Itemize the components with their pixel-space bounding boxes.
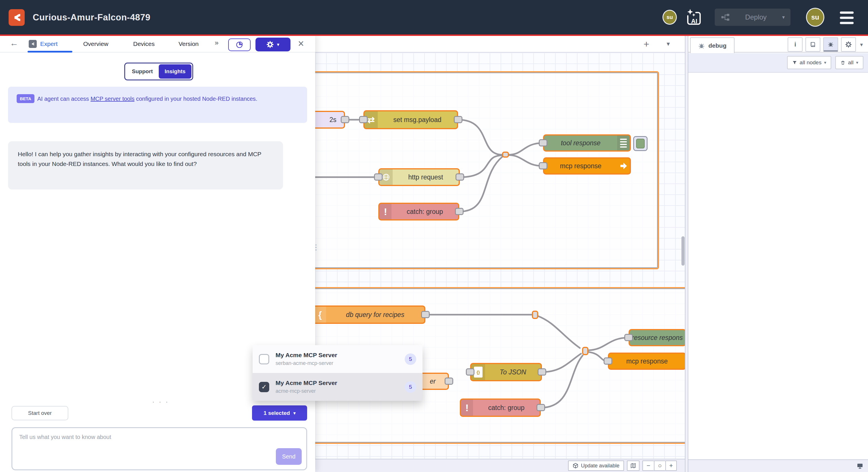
support-insights-toggle: Support Insights xyxy=(124,63,193,80)
chat-input-box: Send xyxy=(11,427,307,470)
caret-down-icon: ▾ xyxy=(293,411,296,416)
toggle-support[interactable]: Support xyxy=(126,64,159,79)
deploy-button[interactable]: Deploy ▾ xyxy=(715,9,790,26)
presence-avatar[interactable]: su xyxy=(662,10,677,25)
chat-input[interactable] xyxy=(19,434,249,463)
book-icon xyxy=(810,41,816,48)
flow-list-menu-button[interactable]: ▾ xyxy=(662,38,675,50)
toggle-insights[interactable]: Insights xyxy=(159,64,191,79)
navigator-button[interactable] xyxy=(627,461,640,471)
node-to-json[interactable]: {} To JSON xyxy=(470,363,542,381)
sidebar-menu-caret[interactable]: ▾ xyxy=(860,41,863,48)
deploy-caret-icon[interactable]: ▾ xyxy=(782,14,785,20)
send-button[interactable]: Send xyxy=(276,448,302,465)
sidebar-splitter[interactable] xyxy=(685,36,688,472)
port-out-http[interactable] xyxy=(456,173,464,181)
port-in-mcp-response-top[interactable] xyxy=(539,162,547,169)
node-label: resource respons xyxy=(630,334,685,342)
port-out-mcp-server[interactable] xyxy=(445,378,453,385)
add-flow-button[interactable]: + xyxy=(640,38,653,50)
port-in-mcp-response-bottom[interactable] xyxy=(603,357,612,365)
debug-sidebar: debug i ▾ all nodes ▾ xyxy=(688,36,868,472)
zoom-reset-button[interactable]: ○ xyxy=(654,461,665,471)
checkbox-unchecked[interactable] xyxy=(259,354,269,364)
exclamation-icon: ! xyxy=(379,204,392,219)
mcp-server-subtitle: serban-acme-mcp-server xyxy=(276,360,405,366)
beta-badge: BETA xyxy=(17,94,34,103)
port-in-http[interactable] xyxy=(374,173,383,181)
settings-sidebar-button[interactable] xyxy=(841,37,856,52)
node-resource-response[interactable]: resource respons xyxy=(629,329,685,346)
update-available-button[interactable]: Update available xyxy=(568,461,624,471)
tab-version[interactable]: Version xyxy=(179,36,198,52)
tab-overflow-button[interactable]: » xyxy=(215,39,218,47)
port-in-to-json[interactable] xyxy=(466,368,474,376)
debug-bottom-bar xyxy=(688,460,868,472)
wire-junction-top[interactable] xyxy=(502,152,509,158)
assistant-settings-button[interactable]: ▾ xyxy=(255,38,290,51)
instance-title: Curious-Amur-Falcon-4879 xyxy=(33,0,150,35)
insights-chart-button[interactable] xyxy=(228,38,251,51)
panel-resize-handle[interactable]: ⋮ xyxy=(312,245,320,250)
port-out-catch-top[interactable] xyxy=(455,208,464,215)
ai-assistant-button[interactable]: AI xyxy=(684,8,703,27)
trash-icon xyxy=(840,60,845,65)
debug-clear-button[interactable]: all ▾ xyxy=(835,56,863,69)
port-out-to-json[interactable] xyxy=(538,368,546,376)
node-change-set-msg-payload[interactable]: ⇄ set msg.payload xyxy=(363,110,458,129)
wire-junction-bottom-2[interactable] xyxy=(582,347,588,355)
user-avatar[interactable]: su xyxy=(806,8,825,27)
debug-filter-button[interactable]: all nodes ▾ xyxy=(787,56,832,69)
node-label: catch: group xyxy=(392,208,458,216)
flowfuse-logo[interactable] xyxy=(9,9,25,26)
mcp-server-tools-link[interactable]: MCP server tools xyxy=(90,96,134,102)
debug-lines-icon xyxy=(617,136,630,150)
port-out-change[interactable] xyxy=(454,116,462,123)
main-menu-button[interactable] xyxy=(840,11,854,24)
port-in-tool-response[interactable] xyxy=(539,139,547,146)
node-db-query-for-recipes[interactable]: { db query for recipes xyxy=(315,305,425,324)
assistant-panel: ← Expert Overview Devices Version » ▾ × … xyxy=(0,36,315,472)
tab-version-label: Version xyxy=(179,40,198,48)
flow-canvas[interactable]: 2s ⇄ set msg.payload http request tool r… xyxy=(315,36,685,472)
node-debug-tool-response[interactable]: tool response xyxy=(543,135,631,152)
canvas-scrollbar[interactable] xyxy=(681,236,685,266)
port-out-inject[interactable] xyxy=(341,116,349,123)
node-catch-group-top[interactable]: ! catch: group xyxy=(378,203,459,220)
close-panel-button[interactable]: × xyxy=(298,38,304,50)
tab-debug[interactable]: debug xyxy=(690,37,735,53)
node-mcp-response-bottom[interactable]: mcp response xyxy=(608,353,685,370)
selected-servers-dropdown-button[interactable]: 1 selected ▾ xyxy=(252,405,307,421)
port-out-catch-bottom[interactable] xyxy=(536,404,545,411)
pie-chart-icon xyxy=(236,41,243,49)
port-in-resource-response[interactable] xyxy=(624,334,633,341)
mcp-server-option-2[interactable]: ✓ My Acme MCP Server acme-mcp-server 5 xyxy=(253,373,423,401)
port-out-db-query[interactable] xyxy=(421,311,430,318)
tab-overview[interactable]: Overview xyxy=(83,36,108,52)
help-sidebar-button[interactable] xyxy=(805,37,820,52)
checkbox-checked[interactable]: ✓ xyxy=(259,382,269,392)
port-in-change[interactable] xyxy=(359,116,368,123)
tab-devices[interactable]: Devices xyxy=(133,36,155,52)
monitor-icon[interactable] xyxy=(857,463,863,469)
tab-expert[interactable]: Expert xyxy=(29,36,58,52)
mcp-server-dropdown: My Acme MCP Server serban-acme-mcp-serve… xyxy=(253,345,423,401)
more-dots-indicator: · · · xyxy=(149,398,172,406)
tab-devices-label: Devices xyxy=(133,40,155,48)
gear-icon xyxy=(267,41,274,48)
debug-sidebar-button[interactable] xyxy=(823,37,838,52)
update-available-label: Update available xyxy=(581,463,619,469)
zoom-out-button[interactable]: − xyxy=(642,461,654,471)
node-http-request[interactable]: http request xyxy=(378,168,460,186)
zoom-in-button[interactable]: + xyxy=(665,461,677,471)
start-over-button[interactable]: Start over xyxy=(11,406,68,420)
wire-junction-bottom-1[interactable] xyxy=(532,311,538,319)
info-sidebar-button[interactable]: i xyxy=(787,37,803,52)
user-avatar-initials: su xyxy=(811,13,819,21)
node-catch-group-bottom[interactable]: ! catch: group xyxy=(460,399,541,417)
node-mcp-response-top[interactable]: mcp response xyxy=(543,157,631,175)
debug-enable-toggle[interactable] xyxy=(633,136,648,151)
back-arrow-button[interactable]: ← xyxy=(10,38,19,48)
mcp-server-option-1[interactable]: My Acme MCP Server serban-acme-mcp-serve… xyxy=(253,345,423,373)
flow-tab-bar: + ▾ xyxy=(315,36,685,53)
